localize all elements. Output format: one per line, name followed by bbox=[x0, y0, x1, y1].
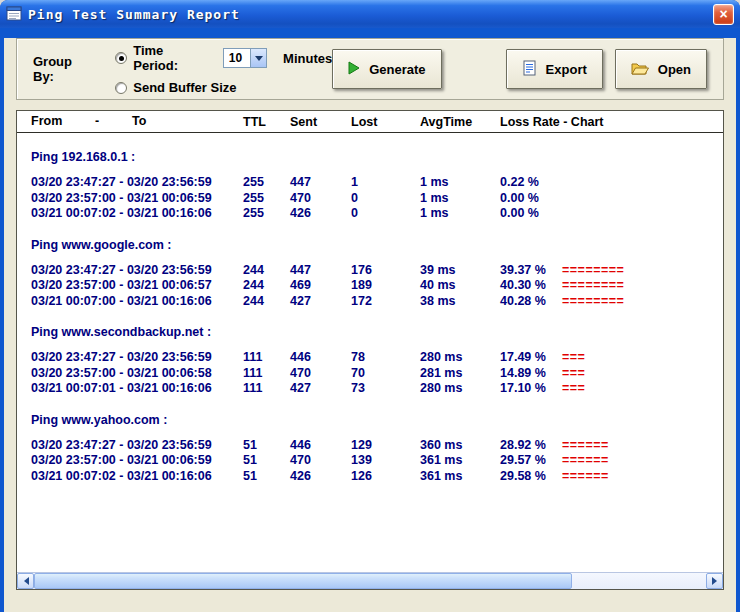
cell-avg: 39 ms bbox=[420, 263, 500, 279]
cell-period: 03/20 23:57:00 - 03/21 00:06:59 bbox=[31, 453, 243, 469]
send-buffer-option: Send Buffer Size bbox=[115, 80, 332, 95]
horizontal-scrollbar[interactable] bbox=[17, 572, 723, 589]
cell-avg: 281 ms bbox=[420, 366, 500, 382]
column-header-from: From bbox=[31, 114, 62, 128]
cell-chart: === bbox=[562, 350, 585, 366]
scrollbar-track[interactable] bbox=[34, 573, 706, 589]
scrollbar-thumb[interactable] bbox=[34, 573, 572, 589]
cell-sent: 470 bbox=[290, 191, 351, 207]
column-header-from-to: From - To bbox=[31, 111, 243, 132]
cell-sent: 469 bbox=[290, 278, 351, 294]
cell-lost: 73 bbox=[351, 381, 420, 397]
cell-loss: 39.37 % bbox=[500, 263, 562, 279]
cell-avg: 1 ms bbox=[420, 206, 500, 222]
controls-panel: Group By: Time Period: 10 Minutes Send B… bbox=[16, 38, 724, 100]
cell-sent: 446 bbox=[290, 438, 351, 454]
cell-period: 03/21 00:07:02 - 03/21 00:16:06 bbox=[31, 206, 243, 222]
table-row: 03/20 23:47:27 - 03/20 23:56:59514461293… bbox=[17, 438, 723, 454]
period-dropdown[interactable]: 10 bbox=[223, 48, 267, 68]
send-buffer-label: Send Buffer Size bbox=[133, 80, 236, 95]
cell-ttl: 255 bbox=[243, 175, 290, 191]
close-button[interactable]: × bbox=[713, 4, 734, 25]
send-buffer-radio[interactable] bbox=[115, 82, 127, 94]
cell-chart: === bbox=[562, 366, 585, 382]
cell-loss: 40.30 % bbox=[500, 278, 562, 294]
cell-lost: 126 bbox=[351, 469, 420, 485]
cell-sent: 470 bbox=[290, 366, 351, 382]
cell-period: 03/20 23:47:27 - 03/20 23:56:59 bbox=[31, 175, 243, 191]
play-icon bbox=[348, 61, 360, 78]
cell-loss: 0.22 % bbox=[500, 175, 562, 191]
cell-ttl: 244 bbox=[243, 278, 290, 294]
cell-avg: 1 ms bbox=[420, 191, 500, 207]
cell-ttl: 51 bbox=[243, 469, 290, 485]
cell-lost: 139 bbox=[351, 453, 420, 469]
ping-group: Ping www.yahoo.com :03/20 23:47:27 - 03/… bbox=[17, 413, 723, 485]
cell-lost: 176 bbox=[351, 263, 420, 279]
cell-sent: 427 bbox=[290, 381, 351, 397]
cell-lost: 0 bbox=[351, 191, 420, 207]
scroll-left-arrow-icon[interactable] bbox=[17, 573, 34, 589]
cell-ttl: 111 bbox=[243, 350, 290, 366]
cell-loss: 17.10 % bbox=[500, 381, 562, 397]
cell-avg: 280 ms bbox=[420, 350, 500, 366]
cell-sent: 427 bbox=[290, 294, 351, 310]
ping-group-title: Ping www.secondbackup.net : bbox=[31, 325, 723, 339]
cell-ttl: 244 bbox=[243, 263, 290, 279]
generate-button-label: Generate bbox=[369, 62, 425, 77]
document-icon bbox=[522, 60, 537, 79]
open-button[interactable]: Open bbox=[615, 49, 707, 89]
cell-sent: 426 bbox=[290, 206, 351, 222]
cell-avg: 361 ms bbox=[420, 469, 500, 485]
cell-sent: 426 bbox=[290, 469, 351, 485]
report-area: From - To TTL Sent Lost AvgTime Loss Rat… bbox=[16, 110, 724, 590]
table-row: 03/21 00:07:01 - 03/21 00:16:06111427732… bbox=[17, 381, 723, 397]
cell-ttl: 255 bbox=[243, 191, 290, 207]
cell-chart: ======== bbox=[562, 263, 624, 279]
generate-button[interactable]: Generate bbox=[332, 49, 441, 89]
scroll-right-arrow-icon[interactable] bbox=[706, 573, 723, 589]
column-header-avgtime: AvgTime bbox=[420, 115, 500, 129]
column-header-to: To bbox=[132, 114, 146, 128]
open-folder-icon bbox=[631, 61, 649, 78]
app-icon bbox=[6, 6, 23, 22]
export-button[interactable]: Export bbox=[506, 49, 603, 89]
time-period-radio[interactable] bbox=[115, 52, 127, 64]
cell-loss: 40.28 % bbox=[500, 294, 562, 310]
cell-period: 03/21 00:07:00 - 03/21 00:16:06 bbox=[31, 294, 243, 310]
table-row: 03/20 23:57:00 - 03/21 00:06:5925547001 … bbox=[17, 191, 723, 207]
cell-ttl: 111 bbox=[243, 381, 290, 397]
cell-avg: 40 ms bbox=[420, 278, 500, 294]
chevron-down-icon[interactable] bbox=[250, 49, 266, 67]
cell-lost: 70 bbox=[351, 366, 420, 382]
cell-period: 03/20 23:47:27 - 03/20 23:56:59 bbox=[31, 438, 243, 454]
ping-group: Ping 192.168.0.1 :03/20 23:47:27 - 03/20… bbox=[17, 150, 723, 222]
group-by-options: Time Period: 10 Minutes Send Buffer Size bbox=[115, 43, 332, 95]
window-title: Ping Test Summary Report bbox=[28, 7, 240, 22]
cell-loss: 17.49 % bbox=[500, 350, 562, 366]
cell-ttl: 51 bbox=[243, 453, 290, 469]
cell-loss: 0.00 % bbox=[500, 191, 562, 207]
cell-sent: 470 bbox=[290, 453, 351, 469]
export-button-label: Export bbox=[546, 62, 587, 77]
table-row: 03/20 23:57:00 - 03/21 00:06:59514701393… bbox=[17, 453, 723, 469]
time-period-label: Time Period: bbox=[133, 43, 209, 73]
cell-lost: 78 bbox=[351, 350, 420, 366]
cell-ttl: 111 bbox=[243, 366, 290, 382]
table-row: 03/20 23:47:27 - 03/20 23:56:59244447176… bbox=[17, 263, 723, 279]
cell-period: 03/21 00:07:02 - 03/21 00:16:06 bbox=[31, 469, 243, 485]
cell-period: 03/20 23:57:00 - 03/21 00:06:58 bbox=[31, 366, 243, 382]
cell-sent: 447 bbox=[290, 175, 351, 191]
cell-chart: ====== bbox=[562, 453, 609, 469]
cell-lost: 172 bbox=[351, 294, 420, 310]
titlebar: Ping Test Summary Report × bbox=[0, 0, 740, 28]
open-button-label: Open bbox=[658, 62, 691, 77]
action-buttons: Generate Export bbox=[332, 49, 707, 89]
table-row: 03/20 23:57:00 - 03/21 00:06:57244469189… bbox=[17, 278, 723, 294]
cell-sent: 447 bbox=[290, 263, 351, 279]
cell-loss: 0.00 % bbox=[500, 206, 562, 222]
cell-lost: 189 bbox=[351, 278, 420, 294]
cell-avg: 1 ms bbox=[420, 175, 500, 191]
cell-chart: === bbox=[562, 381, 585, 397]
column-header-lost: Lost bbox=[351, 115, 420, 129]
